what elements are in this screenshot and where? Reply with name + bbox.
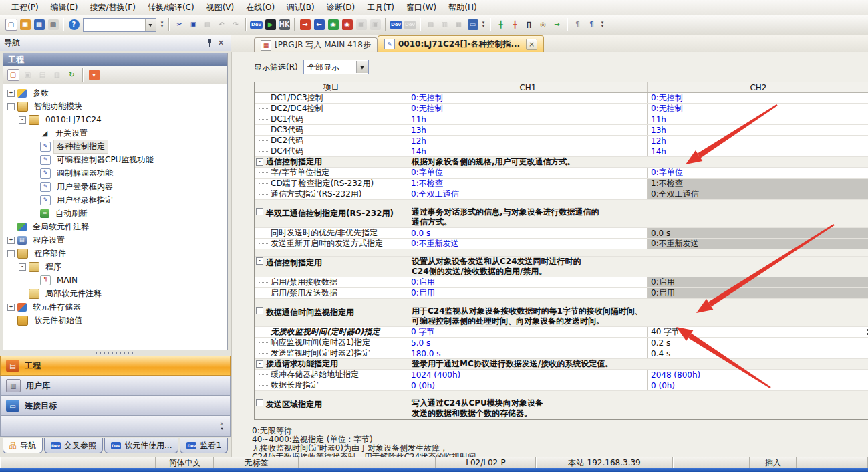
- expand-plus-icon[interactable]: +: [7, 90, 15, 97]
- collapse-minus-icon[interactable]: -: [256, 307, 263, 314]
- insert-rung-icon[interactable]: ╂: [494, 18, 508, 32]
- ch1-value-cell[interactable]: 0 字节: [408, 327, 648, 337]
- ch1-value-cell[interactable]: 1024 (400h): [408, 370, 648, 380]
- device-find-icon[interactable]: ◎: [536, 18, 550, 32]
- print-icon[interactable]: ▤: [46, 18, 60, 32]
- ch1-value-cell[interactable]: 180.0 s: [408, 348, 648, 358]
- tree-item[interactable]: 可编程控制器CPU监视功能: [3, 153, 227, 166]
- tree-item[interactable]: 全局软元件注释: [3, 220, 227, 233]
- ch1-value-cell[interactable]: 0:启用: [408, 288, 648, 298]
- view-button-user-library[interactable]: 用户库: [0, 376, 231, 396]
- doc-tab-lj71c24-control[interactable]: 0010:LJ71C24[]-各种控制指...: [378, 35, 544, 52]
- ch2-value-cell[interactable]: 11h: [648, 114, 868, 124]
- close-icon[interactable]: ×: [215, 38, 227, 48]
- ch2-value-cell[interactable]: 0 (0h): [648, 380, 868, 390]
- menu-view[interactable]: 视图(V): [200, 1, 241, 15]
- ch2-value-cell[interactable]: 0:不重新发送: [648, 239, 868, 249]
- ch2-value-cell[interactable]: 0.0 s: [648, 228, 868, 238]
- collapse-minus-icon[interactable]: -: [19, 116, 26, 124]
- tree-item[interactable]: -智能功能模块: [3, 100, 227, 113]
- pin-icon[interactable]: [204, 38, 215, 48]
- dock-tab-watch-1[interactable]: 监看1: [180, 438, 228, 453]
- tree-item[interactable]: 各种控制指定: [3, 140, 227, 153]
- tree-item[interactable]: +软元件存储器: [3, 300, 227, 314]
- ch2-value-cell[interactable]: 12h: [648, 136, 868, 146]
- ch2-value-cell[interactable]: 0:无控制: [648, 93, 868, 103]
- dock-tab-cross-reference[interactable]: 交叉参照: [44, 438, 103, 453]
- menu-project[interactable]: 工程(P): [5, 1, 45, 15]
- menu-diagnostics[interactable]: 诊断(D): [321, 1, 361, 15]
- ch1-value-cell[interactable]: 12h: [408, 136, 648, 146]
- ch2-value-cell[interactable]: 0:全双工通信: [648, 189, 868, 199]
- tree-item[interactable]: 用户登录框内容: [3, 180, 227, 193]
- ch1-value-cell[interactable]: 11h: [408, 114, 648, 124]
- program-jump-icon[interactable]: →: [550, 18, 564, 32]
- dock-tab-device-usage[interactable]: 软元件使用...: [104, 438, 178, 453]
- open-project-icon[interactable]: ▣: [18, 18, 32, 32]
- tree-item[interactable]: 局部软元件注释: [3, 287, 227, 300]
- copy-icon[interactable]: ▣: [186, 18, 200, 32]
- display-filter-select[interactable]: 全部显示: [303, 60, 369, 74]
- menu-edit[interactable]: 编辑(E): [45, 1, 84, 15]
- ch1-value-cell[interactable]: 0 (0h): [408, 380, 648, 390]
- collapse-minus-icon[interactable]: -: [256, 257, 263, 265]
- panel-splitter[interactable]: [0, 350, 231, 356]
- tree-item[interactable]: MAIN: [3, 273, 227, 287]
- ch2-value-cell[interactable]: 0:字单位: [648, 168, 868, 178]
- menu-convert-compile[interactable]: 转换/编译(C): [142, 1, 200, 15]
- tree-item[interactable]: +参数: [3, 86, 227, 100]
- dock-tab-navigation[interactable]: 导航: [3, 438, 43, 453]
- view-button-project[interactable]: 工程: [0, 356, 231, 376]
- ch2-value-cell[interactable]: 0:启用: [648, 288, 868, 298]
- toolbar-overflow-icon[interactable]: [480, 18, 487, 31]
- collapse-minus-icon[interactable]: -: [7, 103, 15, 110]
- ch2-value-cell[interactable]: 2048 (800h): [648, 370, 868, 380]
- chevron-down-icon[interactable]: [145, 19, 156, 31]
- doc-tab-prg-main[interactable]: [PRG]R 写入 MAIN 418步: [254, 37, 378, 52]
- tree-item[interactable]: 调制解调器功能: [3, 166, 227, 180]
- ch1-value-cell[interactable]: 0:字单位: [408, 168, 648, 178]
- collapse-minus-icon[interactable]: -: [256, 158, 263, 166]
- start-monitor-icon[interactable]: ◉: [326, 18, 340, 32]
- device-monitor-icon[interactable]: ▶: [263, 18, 277, 32]
- pulse-contact-icon[interactable]: ∏: [522, 18, 536, 32]
- toolbar-combobox[interactable]: [83, 18, 156, 32]
- tree-item[interactable]: -程序部件: [3, 247, 227, 260]
- new-data-icon[interactable]: ▢: [6, 68, 20, 82]
- toolbar-overflow-icon[interactable]: [599, 18, 606, 31]
- save-project-icon[interactable]: ▦: [32, 18, 46, 32]
- ch1-value-cell[interactable]: 0:全双工通信: [408, 189, 648, 199]
- read-from-plc-icon[interactable]: ←: [312, 18, 326, 32]
- refresh-view-icon[interactable]: ↻: [65, 68, 79, 82]
- ch2-value-cell[interactable]: 0:启用: [648, 277, 868, 287]
- ch1-value-cell[interactable]: 0:无控制: [408, 104, 648, 114]
- tree-item[interactable]: -0010:LJ71C24: [3, 113, 227, 126]
- expand-plus-icon[interactable]: +: [7, 304, 15, 311]
- cut-icon[interactable]: ✂: [172, 18, 186, 32]
- ch2-value-cell[interactable]: 0.2 s: [648, 338, 868, 348]
- write-to-plc-icon[interactable]: →: [298, 18, 312, 32]
- ch2-value-cell[interactable]: 0.4 s: [648, 348, 868, 358]
- close-icon[interactable]: [526, 39, 537, 50]
- collapse-minus-icon[interactable]: -: [256, 360, 263, 368]
- tree-item[interactable]: 用户登录框指定: [3, 193, 227, 207]
- ch2-value-cell[interactable]: 1:不检查: [648, 179, 868, 189]
- menu-online[interactable]: 在线(O): [240, 1, 281, 15]
- menu-help[interactable]: 帮助(H): [442, 1, 482, 15]
- tree-item[interactable]: 开关设置: [3, 126, 227, 140]
- pc-monitor-icon[interactable]: ▭: [466, 18, 480, 32]
- ch1-value-cell[interactable]: 5.0 s: [408, 338, 648, 348]
- ch1-value-cell[interactable]: 1:不检查: [408, 179, 648, 189]
- device-comment-display-icon[interactable]: Dev: [249, 18, 263, 32]
- tree-item[interactable]: -程序: [3, 260, 227, 273]
- tree-item[interactable]: +程序设置: [3, 233, 227, 247]
- ch1-value-cell[interactable]: 13h: [408, 125, 648, 135]
- collapse-minus-icon[interactable]: -: [19, 263, 26, 271]
- inline-statement-icon[interactable]: ¶: [571, 18, 585, 32]
- menu-window[interactable]: 窗口(W): [400, 1, 442, 15]
- toolbar-overflow-icon[interactable]: [158, 18, 166, 31]
- ch2-value-cell[interactable]: 14h: [648, 146, 868, 156]
- help-icon[interactable]: ?: [67, 18, 81, 32]
- chevron-down-icon[interactable]: [356, 61, 368, 73]
- collapse-minus-icon[interactable]: -: [256, 208, 263, 215]
